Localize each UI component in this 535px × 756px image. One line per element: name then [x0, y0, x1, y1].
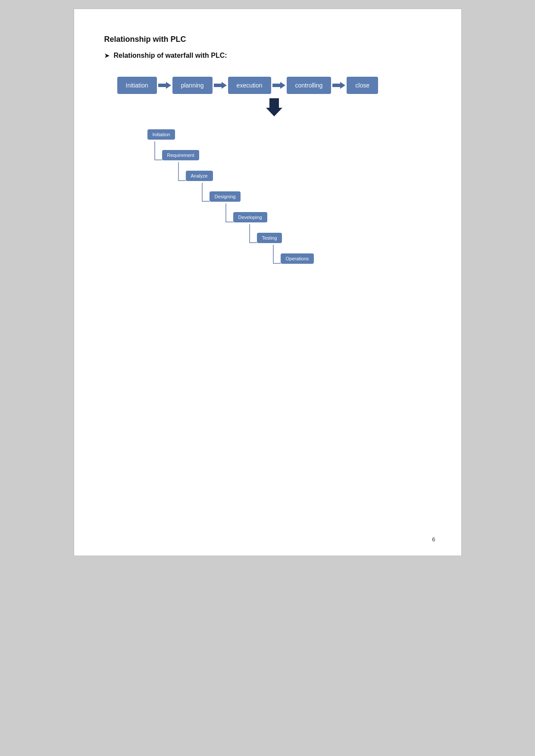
subtitle: Relationship of waterfall with PLC:	[104, 52, 431, 59]
waterfall-step-1: Requirement	[162, 150, 200, 160]
waterfall-step-4: Developing	[233, 212, 267, 222]
svg-marker-0	[158, 82, 171, 89]
page-title: Relationship with PLC	[104, 35, 431, 44]
waterfall-step-0: Initiation	[147, 129, 175, 140]
svg-marker-1	[214, 82, 227, 89]
flow-row: Initiation planning execution controllin…	[117, 77, 431, 94]
flow-arrow-3	[271, 80, 287, 91]
waterfall-step-2: Analyze	[186, 171, 213, 181]
svg-marker-2	[272, 82, 285, 89]
flow-box-planning: planning	[172, 77, 213, 94]
down-arrow-area	[117, 98, 431, 116]
waterfall-step-6: Operations	[281, 253, 314, 264]
down-arrow-icon	[266, 98, 282, 116]
waterfall-diagram: Initiation Requirement Analyze Designing…	[147, 129, 431, 264]
waterfall-step-5: Testing	[257, 233, 282, 243]
flow-arrow-1	[157, 80, 172, 91]
flow-arrow-4	[331, 80, 347, 91]
flow-box-execution: execution	[228, 77, 271, 94]
flow-box-controlling: controlling	[287, 77, 332, 94]
svg-marker-3	[332, 82, 345, 89]
waterfall-step-3: Designing	[210, 191, 241, 202]
page-number: 6	[432, 536, 435, 543]
flow-box-initiation: Initiation	[117, 77, 157, 94]
page: Relationship with PLC Relationship of wa…	[74, 9, 462, 556]
flow-arrow-2	[213, 80, 228, 91]
flow-box-close: close	[347, 77, 378, 94]
